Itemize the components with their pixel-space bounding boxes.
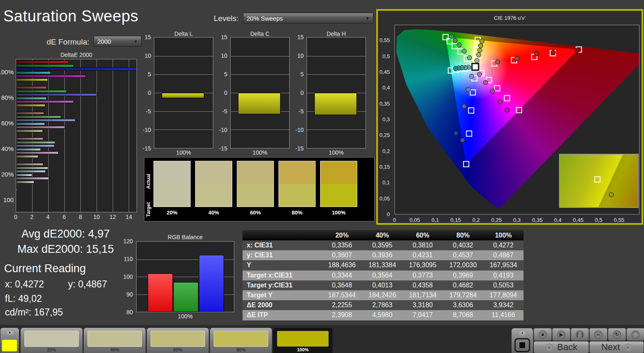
delta-h-plot <box>307 37 366 148</box>
step-button[interactable]: [··] <box>571 328 589 341</box>
axis-tick-label: 0,4 <box>382 85 390 91</box>
avg-de2000-label: Avg dE2000: <box>21 228 85 240</box>
patch-tile-80%[interactable]: 80% <box>210 328 272 353</box>
de-formula-dropdown[interactable]: 2000 ▼ <box>94 36 142 47</box>
bar <box>16 126 65 129</box>
bar <box>16 75 86 78</box>
axis-tick-label: 2 <box>30 214 33 220</box>
cie-target-marker <box>516 107 522 113</box>
table-cell: 0,4193 <box>483 272 524 279</box>
reading-cdm2: cd/m²: 167,95 <box>5 307 63 318</box>
target-color <box>279 184 315 207</box>
inset-measurement-marker <box>609 192 614 197</box>
patch-swatch <box>277 331 329 347</box>
inset-target-marker <box>594 176 600 182</box>
bar <box>16 71 51 74</box>
axis-tick-label: 15 <box>144 34 151 40</box>
axis-tick-label: 0,55 <box>380 37 390 43</box>
bar-group <box>16 137 137 158</box>
bar <box>162 93 204 98</box>
back-button[interactable]: « Back <box>534 341 589 353</box>
axis-tick-label: 0 <box>224 89 227 96</box>
bar <box>16 122 45 125</box>
cie-target-marker <box>466 130 472 136</box>
axis-tick-label: -10 <box>143 127 151 133</box>
table-cell: 179,7284 <box>443 292 483 299</box>
table-cell: 3,9342 <box>483 301 524 309</box>
bar <box>16 64 74 67</box>
axis-tick-label: 0,5 <box>382 53 390 59</box>
continuous-button[interactable]: ∞ <box>590 328 607 341</box>
cie-target-marker <box>504 95 510 101</box>
bar <box>16 86 47 89</box>
table-row: Target Y187,5344184,2426181,7134179,7284… <box>243 290 524 300</box>
refresh-button[interactable]: ↻ <box>608 328 626 341</box>
bar <box>238 93 280 114</box>
table-cell: 0,4231 <box>403 252 443 259</box>
levels-dropdown[interactable]: 20% Sweeps ▼ <box>243 13 373 24</box>
table-cell: 0,3936 <box>362 252 403 259</box>
bar-group <box>16 163 137 184</box>
axis-tick-label: 60% <box>0 110 14 136</box>
table-header-row: 20%40%60%80%100% <box>243 230 524 240</box>
chevron-up-icon[interactable]: ▲ <box>517 329 528 336</box>
axis-tick-label: 0,25 <box>380 132 390 138</box>
patch-tile-40%[interactable]: 40% <box>84 328 146 353</box>
next-button[interactable]: Next » <box>590 341 644 353</box>
cie-measurement-marker <box>490 89 495 94</box>
axis-tick-label: 0,2 <box>472 217 480 223</box>
bar <box>16 61 69 64</box>
gridline <box>307 74 366 75</box>
actual-color <box>237 161 274 184</box>
patch-tile-60%[interactable]: 60% <box>147 328 209 353</box>
bar <box>16 144 54 147</box>
window-patch-icon[interactable] <box>514 338 530 352</box>
bar <box>16 167 48 169</box>
bar <box>16 155 38 158</box>
patch-tile-100%[interactable]: 100% <box>273 328 333 353</box>
sample-swatch-label: 20% <box>153 209 191 216</box>
record-button[interactable] <box>627 328 644 341</box>
table-cell: 0,3344 <box>322 272 362 279</box>
gridline <box>307 129 366 130</box>
avg-de2000-value: 4,97 <box>88 228 110 240</box>
table-row: ΔE ITP2,39084,59807,04178,706811,4166 <box>243 310 524 320</box>
current-patch-tile[interactable]: ▲ <box>0 328 19 353</box>
axis-tick-label: 0,05 <box>380 195 390 202</box>
table-row: y: CIE310,36070,39360,42310,45370,4867 <box>243 250 524 260</box>
gridline <box>231 129 289 130</box>
cie-measurement-marker <box>467 55 472 60</box>
sample-swatch-label: 80% <box>278 209 316 216</box>
table-row: ΔE 20002,22552,78633,31803,63063,9342 <box>243 300 524 310</box>
cie-measurement-marker <box>478 43 483 48</box>
axis-tick-label: 15 <box>297 34 304 40</box>
column-header: 20% <box>322 232 362 239</box>
actual-color <box>321 161 357 184</box>
table-cell: 167,9534 <box>483 261 524 269</box>
cie-chart-title: CIE 1976 u'v' <box>378 15 642 21</box>
axis-tick-label: 14 <box>126 214 132 220</box>
stop-button[interactable]: ■ <box>534 328 552 341</box>
window-mode-tile[interactable]: ▲ <box>512 328 533 353</box>
de-formula-label: dE Formula: <box>47 38 89 47</box>
chevron-up-icon[interactable]: ▲ <box>5 329 15 335</box>
levels-label: Levels: <box>214 14 238 23</box>
cie-measurement-marker <box>477 72 482 77</box>
cie-measurement-marker <box>449 34 454 39</box>
table-cell: 0,4682 <box>443 282 483 289</box>
bar <box>16 174 32 176</box>
target-color <box>196 184 232 207</box>
play-button[interactable]: ▶ <box>552 328 570 341</box>
cie-measurement-marker <box>514 56 519 61</box>
table-cell: 181,3384 <box>362 261 403 269</box>
table-cell: 176,3095 <box>403 261 443 269</box>
axis-tick-label: -5 <box>222 108 227 115</box>
bar <box>16 78 48 81</box>
bar-group <box>16 86 137 107</box>
delta-h-y-axis: 151050-5-10-15 <box>293 37 305 148</box>
axis-tick-label: 5 <box>300 71 304 78</box>
patch-tile-20%[interactable]: 20% <box>21 328 83 353</box>
table-cell: 3,6306 <box>443 301 483 309</box>
axis-tick-label: 0 <box>387 211 390 217</box>
table-cell: 0,3607 <box>322 252 362 259</box>
